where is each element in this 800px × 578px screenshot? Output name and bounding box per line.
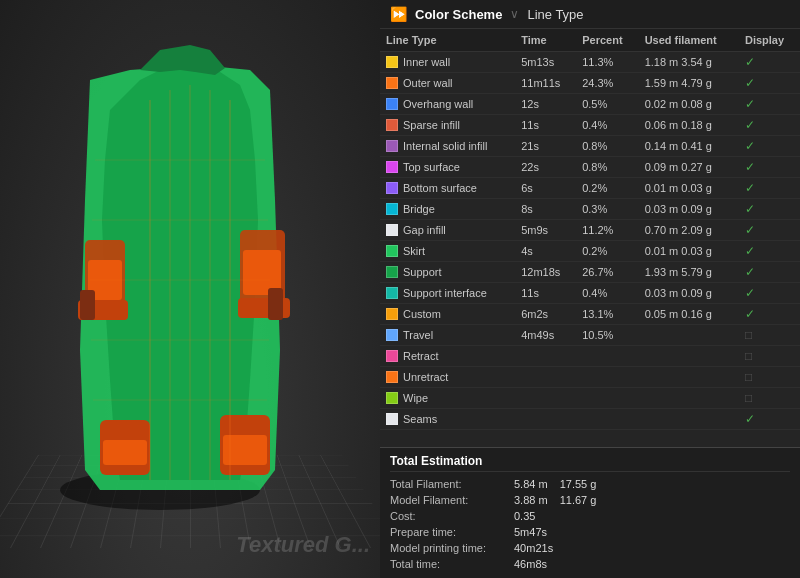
display-checkbox[interactable]: ✓ [745,97,755,111]
table-row[interactable]: Travel4m49s10.5%□ [380,325,800,346]
filament-cell: 0.05 m 0.16 g [639,304,739,325]
percent-cell: 0.2% [576,241,638,262]
header-separator: ∨ [510,7,519,21]
table-row[interactable]: Internal solid infill21s0.8%0.14 m 0.41 … [380,136,800,157]
display-checkbox[interactable]: □ [745,370,752,384]
table-row[interactable]: Unretract□ [380,367,800,388]
estimation-label: Model printing time: [390,542,510,554]
table-row[interactable]: Support interface11s0.4%0.03 m 0.09 g✓ [380,283,800,304]
display-checkbox[interactable]: ✓ [745,265,755,279]
display-checkbox[interactable]: ✓ [745,223,755,237]
display-cell[interactable]: ✓ [739,178,800,199]
line-type-cell: Support [380,262,515,283]
line-type-label: Retract [403,350,438,362]
percent-cell: 0.4% [576,115,638,136]
table-row[interactable]: Overhang wall12s0.5%0.02 m 0.08 g✓ [380,94,800,115]
filament-cell: 0.09 m 0.27 g [639,157,739,178]
display-cell[interactable]: ✓ [739,52,800,73]
color-swatch [386,245,398,257]
display-checkbox[interactable]: ✓ [745,244,755,258]
line-type-cell: Seams [380,409,515,430]
3d-viewport: Textured G... [0,0,380,578]
display-cell[interactable]: □ [739,325,800,346]
display-cell[interactable]: ✓ [739,73,800,94]
display-cell[interactable]: ✓ [739,409,800,430]
time-cell: 5m13s [515,52,576,73]
line-type-cell: Travel [380,325,515,346]
display-cell[interactable]: ✓ [739,157,800,178]
display-cell[interactable]: ✓ [739,262,800,283]
table-row[interactable]: Outer wall11m11s24.3%1.59 m 4.79 g✓ [380,73,800,94]
table-row[interactable]: Bridge8s0.3%0.03 m 0.09 g✓ [380,199,800,220]
estimation-section: Total Estimation Total Filament:5.84 m17… [380,447,800,578]
display-cell[interactable]: ✓ [739,220,800,241]
display-cell[interactable]: □ [739,388,800,409]
line-type-cell: Support interface [380,283,515,304]
line-type-label: Internal solid infill [403,140,487,152]
table-row[interactable]: Sparse infill11s0.4%0.06 m 0.18 g✓ [380,115,800,136]
table-row[interactable]: Skirt4s0.2%0.01 m 0.03 g✓ [380,241,800,262]
color-swatch [386,161,398,173]
display-cell[interactable]: □ [739,346,800,367]
time-cell: 12m18s [515,262,576,283]
color-swatch [386,182,398,194]
svg-rect-8 [268,288,283,320]
display-checkbox[interactable]: □ [745,391,752,405]
color-swatch [386,266,398,278]
color-swatch [386,350,398,362]
filament-cell [639,388,739,409]
percent-cell: 0.4% [576,283,638,304]
display-cell[interactable]: ✓ [739,199,800,220]
display-cell[interactable]: □ [739,367,800,388]
display-checkbox[interactable]: ✓ [745,286,755,300]
display-checkbox[interactable]: ✓ [745,202,755,216]
filament-cell [639,346,739,367]
col-line-type: Line Type [380,29,515,52]
display-cell[interactable]: ✓ [739,283,800,304]
display-cell[interactable]: ✓ [739,136,800,157]
line-type-cell: Gap infill [380,220,515,241]
display-checkbox[interactable]: □ [745,349,752,363]
line-type-cell: Retract [380,346,515,367]
3d-model [0,0,380,578]
filament-cell: 0.14 m 0.41 g [639,136,739,157]
percent-cell [576,367,638,388]
table-row[interactable]: Top surface22s0.8%0.09 m 0.27 g✓ [380,157,800,178]
filament-cell: 1.59 m 4.79 g [639,73,739,94]
table-row[interactable]: Gap infill5m9s11.2%0.70 m 2.09 g✓ [380,220,800,241]
line-type-label: Bridge [403,203,435,215]
line-type-label: Top surface [403,161,460,173]
line-type-table-container[interactable]: Line Type Time Percent Used filament Dis… [380,29,800,447]
table-row[interactable]: Bottom surface6s0.2%0.01 m 0.03 g✓ [380,178,800,199]
display-cell[interactable]: ✓ [739,304,800,325]
display-cell[interactable]: ✓ [739,94,800,115]
display-checkbox[interactable]: ✓ [745,118,755,132]
filament-cell: 0.01 m 0.03 g [639,241,739,262]
table-row[interactable]: Wipe□ [380,388,800,409]
display-checkbox[interactable]: □ [745,328,752,342]
display-checkbox[interactable]: ✓ [745,76,755,90]
table-row[interactable]: Seams✓ [380,409,800,430]
table-row[interactable]: Inner wall5m13s11.3%1.18 m 3.54 g✓ [380,52,800,73]
display-checkbox[interactable]: ✓ [745,307,755,321]
percent-cell: 0.8% [576,136,638,157]
header-subtitle: Line Type [527,7,583,22]
display-checkbox[interactable]: ✓ [745,139,755,153]
display-checkbox[interactable]: ✓ [745,412,755,426]
estimation-value1: 5.84 m [514,478,548,490]
estimation-row: Model Filament:3.88 m11.67 g [390,492,790,508]
line-type-cell: Custom [380,304,515,325]
display-checkbox[interactable]: ✓ [745,181,755,195]
table-row[interactable]: Support12m18s26.7%1.93 m 5.79 g✓ [380,262,800,283]
table-row[interactable]: Custom6m2s13.1%0.05 m 0.16 g✓ [380,304,800,325]
col-percent: Percent [576,29,638,52]
table-row[interactable]: Retract□ [380,346,800,367]
display-checkbox[interactable]: ✓ [745,160,755,174]
display-cell[interactable]: ✓ [739,241,800,262]
filament-cell: 0.03 m 0.09 g [639,199,739,220]
estimation-label: Prepare time: [390,526,510,538]
display-cell[interactable]: ✓ [739,115,800,136]
percent-cell: 11.2% [576,220,638,241]
svg-rect-10 [103,440,147,465]
display-checkbox[interactable]: ✓ [745,55,755,69]
